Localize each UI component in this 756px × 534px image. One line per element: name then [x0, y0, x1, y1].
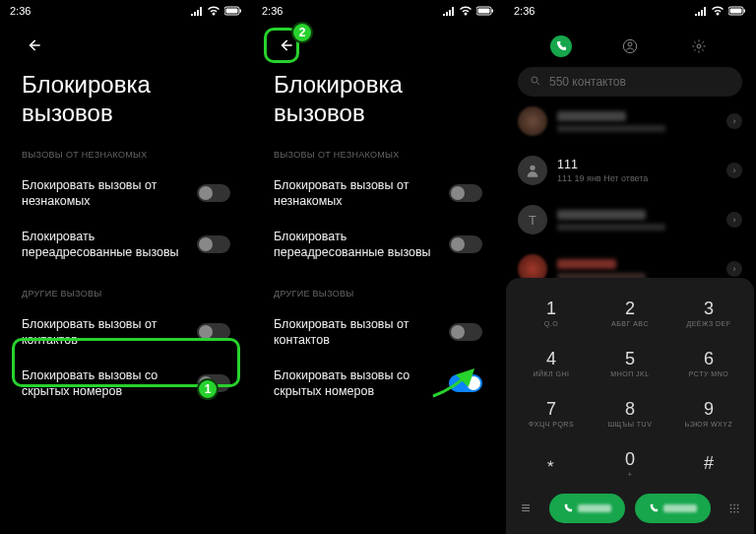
row-label: Блокировать вызовы от контактов — [274, 316, 441, 349]
wifi-icon — [207, 6, 220, 16]
svg-point-22 — [737, 511, 739, 513]
svg-rect-8 — [744, 10, 746, 13]
key-7[interactable]: 7ФХЦЧ PQRS — [512, 388, 591, 438]
status-bar: 2:36 — [252, 0, 504, 22]
page-title: Блокировка вызовов — [0, 61, 252, 132]
phone-icon — [555, 40, 567, 52]
signal-icon — [695, 6, 707, 16]
status-icons — [443, 6, 494, 16]
person-icon — [622, 38, 638, 54]
row-block-unknown[interactable]: Блокировать вызовы от незнакомых — [0, 167, 252, 220]
contact-info: 111 111 19 янв Нет ответа — [557, 158, 717, 183]
chevron-right-icon[interactable]: › — [726, 261, 742, 277]
contact-row[interactable]: 111 111 19 янв Нет ответа › — [504, 146, 756, 195]
chevron-right-icon[interactable]: › — [726, 113, 742, 129]
status-icons — [191, 6, 242, 16]
settings-screen-1: 2:36 Блокировка вызовов ВЫЗОВЫ ОТ НЕЗНАК… — [0, 0, 252, 534]
dialpad-collapse-button[interactable] — [721, 501, 748, 515]
contact-row[interactable]: › — [504, 97, 756, 146]
back-button[interactable] — [270, 30, 301, 61]
svg-point-10 — [628, 42, 632, 46]
gear-icon — [691, 38, 707, 54]
avatar-letter: T — [518, 205, 547, 234]
chevron-right-icon[interactable]: › — [726, 163, 742, 178]
svg-point-19 — [737, 507, 739, 509]
svg-rect-7 — [730, 9, 742, 14]
svg-rect-4 — [478, 9, 490, 14]
status-icons — [695, 6, 746, 16]
key-hash[interactable]: # — [669, 438, 748, 489]
toggle-block-hidden[interactable] — [197, 374, 230, 392]
menu-button[interactable]: ≡ — [512, 500, 539, 517]
section-unknown-calls: ВЫЗОВЫ ОТ НЕЗНАКОМЫХ — [252, 132, 504, 167]
svg-rect-2 — [240, 10, 242, 13]
contact-row[interactable]: T › — [504, 195, 756, 244]
row-label: Блокировать вызовы со скрытых номеров — [22, 367, 189, 400]
row-block-unknown[interactable]: Блокировать вызовы от незнакомых — [252, 167, 504, 220]
row-block-contacts[interactable]: Блокировать вызовы от контактов — [0, 306, 252, 359]
toggle-block-forwarded[interactable] — [449, 235, 482, 253]
svg-point-17 — [730, 507, 732, 509]
row-label: Блокировать вызовы от незнакомых — [274, 177, 441, 210]
key-6[interactable]: 6РСТУ MNO — [669, 338, 748, 388]
tab-calls[interactable] — [550, 35, 572, 57]
contact-name-blurred — [557, 259, 616, 269]
chevron-right-icon[interactable]: › — [726, 212, 742, 228]
row-block-contacts[interactable]: Блокировать вызовы от контактов — [252, 306, 504, 359]
avatar — [518, 106, 547, 136]
key-3[interactable]: 3ДЕЁЖЗ DEF — [669, 288, 748, 338]
search-placeholder: 550 контактов — [549, 75, 626, 89]
toggle-block-hidden-on[interactable] — [449, 374, 482, 392]
toggle-block-contacts[interactable] — [197, 323, 230, 341]
section-unknown-calls: ВЫЗОВЫ ОТ НЕЗНАКОМЫХ — [0, 132, 252, 167]
battery-icon — [224, 6, 242, 16]
toggle-block-unknown[interactable] — [449, 184, 482, 202]
page-title: Блокировка вызовов — [252, 61, 504, 132]
row-block-hidden[interactable]: Блокировать вызовы со скрытых номеров — [0, 358, 252, 410]
phone-icon — [563, 503, 573, 513]
toggle-block-forwarded[interactable] — [197, 235, 230, 253]
contact-sub: 111 19 янв Нет ответа — [557, 173, 717, 183]
toggle-block-contacts[interactable] — [449, 323, 482, 341]
status-time: 2:36 — [10, 5, 31, 17]
avatar — [518, 156, 547, 185]
call-label-blurred — [663, 504, 697, 512]
svg-point-13 — [530, 166, 535, 170]
contact-sub-blurred — [557, 125, 665, 132]
row-block-forwarded[interactable]: Блокировать переадресованные вызовы — [252, 219, 504, 271]
key-star[interactable]: ﹡ — [512, 438, 591, 489]
row-block-hidden[interactable]: Блокировать вызовы со скрытых номеров — [252, 358, 504, 410]
search-bar[interactable]: 550 контактов — [518, 67, 742, 97]
key-9[interactable]: 9ЬЭЮЯ WXYZ — [669, 388, 748, 438]
row-label: Блокировать вызовы от незнакомых — [22, 177, 189, 210]
key-4[interactable]: 4ИЙКЛ GHI — [512, 338, 591, 388]
svg-point-20 — [730, 511, 732, 513]
svg-point-15 — [733, 504, 735, 506]
svg-point-16 — [737, 504, 739, 506]
key-1[interactable]: 1Q.O — [512, 288, 591, 338]
contact-info — [557, 111, 717, 132]
signal-icon — [191, 6, 203, 16]
call-label-blurred — [578, 504, 611, 512]
arrow-left-icon — [276, 35, 295, 55]
svg-rect-5 — [492, 10, 494, 13]
key-5[interactable]: 5МНОП JKL — [591, 338, 669, 388]
dialer-screen: 2:36 550 контактов › — [504, 0, 756, 534]
row-block-forwarded[interactable]: Блокировать переадресованные вызовы — [0, 219, 252, 271]
key-2[interactable]: 2АБВГ ABC — [591, 288, 669, 338]
key-0[interactable]: 0+ — [591, 438, 669, 489]
tab-contacts[interactable] — [619, 35, 641, 57]
svg-point-18 — [733, 507, 735, 509]
status-bar: 2:36 — [504, 0, 756, 22]
wifi-icon — [459, 6, 472, 16]
top-tab-bar — [504, 22, 756, 67]
toggle-block-unknown[interactable] — [197, 184, 230, 202]
contact-name-blurred — [557, 111, 626, 121]
call-button-sim2[interactable] — [635, 494, 711, 523]
tab-settings[interactable] — [688, 35, 710, 57]
key-8[interactable]: 8ШЩЪЫ TUV — [591, 388, 669, 438]
svg-point-21 — [733, 511, 735, 513]
svg-point-14 — [730, 504, 732, 506]
back-button[interactable] — [18, 30, 49, 61]
call-button-sim1[interactable] — [549, 494, 625, 523]
